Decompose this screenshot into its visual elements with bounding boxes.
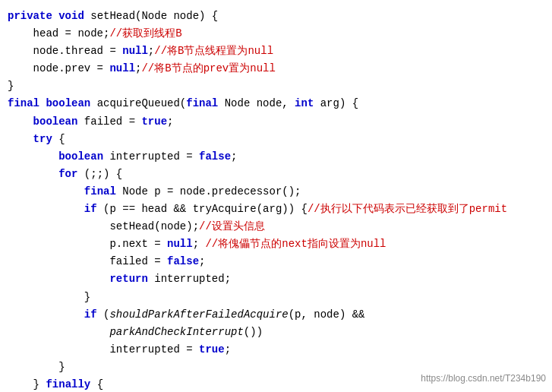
code-token: true <box>199 343 225 356</box>
code-token: //获取到线程B <box>109 27 181 40</box>
code-token: false <box>199 150 231 163</box>
code-line: boolean failed = true; <box>8 113 552 131</box>
code-token: arg) { <box>320 97 358 109</box>
code-token: final <box>8 97 46 109</box>
code-line: if (p == head && tryAcquire(arg)) {//执行以… <box>8 201 552 218</box>
code-token: } <box>8 291 90 303</box>
code-token: null <box>167 238 193 250</box>
code-token: ; <box>167 115 173 128</box>
code-token: return <box>109 273 147 285</box>
code-block: private void setHead(Node node) { head =… <box>8 8 552 392</box>
code-token: Node p = node.predecessor(); <box>122 185 301 198</box>
code-token: finally <box>46 378 90 390</box>
code-token: p.next = <box>8 238 167 250</box>
code-token: Node node, <box>225 97 295 109</box>
code-token <box>8 273 109 285</box>
code-line: node.prev = null;//将B节点的prev置为null <box>8 60 552 77</box>
code-token: { <box>52 133 65 145</box>
code-token: parkAndCheckInterrupt <box>109 326 243 338</box>
code-token: //将傀儡节点的next指向设置为null <box>205 238 386 250</box>
code-token: //执行以下代码表示已经获取到了permit <box>308 203 507 215</box>
code-token: private <box>8 10 58 22</box>
code-token: true <box>141 115 167 128</box>
code-token: setHead(Node node) { <box>90 10 218 22</box>
code-viewer: private void setHead(Node node) { head =… <box>0 0 552 392</box>
code-token <box>8 185 84 198</box>
code-token: try <box>33 133 52 145</box>
code-token: boolean <box>46 97 96 109</box>
code-line: parkAndCheckInterrupt()) <box>8 324 552 341</box>
code-line: } <box>8 77 552 95</box>
code-line: final Node p = node.predecessor(); <box>8 183 552 201</box>
code-token: boolean <box>33 115 84 128</box>
code-line: private void setHead(Node node) { <box>8 8 552 25</box>
code-token: ; <box>193 238 206 250</box>
code-token: //设置头信息 <box>199 220 265 232</box>
code-token: void <box>58 10 90 22</box>
code-token: setHead(node); <box>8 220 199 232</box>
code-token: { <box>90 378 103 390</box>
code-token: int <box>295 97 320 109</box>
code-token: node.thread = <box>8 45 122 57</box>
code-token: ()) <box>244 326 263 338</box>
code-token: final <box>186 97 224 109</box>
code-line: setHead(node);//设置头信息 <box>8 218 552 236</box>
code-token: final <box>84 185 122 198</box>
code-token: boolean <box>58 150 109 163</box>
code-line: } <box>8 289 552 306</box>
code-token <box>8 150 58 163</box>
code-token: failed = <box>8 255 167 267</box>
code-token <box>8 203 84 215</box>
code-token: ; <box>148 45 154 57</box>
code-token: //将B节点线程置为null <box>154 45 273 57</box>
code-token: failed = <box>84 115 142 128</box>
code-token: ; <box>199 255 205 267</box>
code-line: return interrupted; <box>8 270 552 288</box>
code-token: if <box>84 203 97 215</box>
code-token: //将B节点的prev置为null <box>141 62 275 74</box>
code-token: head = node; <box>8 27 109 40</box>
code-token: ; <box>225 343 231 356</box>
code-line: try { <box>8 131 552 148</box>
code-token: null <box>109 62 135 74</box>
code-token: (p == head && tryAcquire(arg)) { <box>97 203 308 215</box>
code-token: shouldParkAfterFailedAcquire <box>109 308 288 321</box>
code-token: false <box>167 255 199 267</box>
code-token: } <box>8 378 46 390</box>
code-token <box>8 133 33 145</box>
code-token <box>8 326 109 338</box>
code-token: interrupted = <box>8 343 199 356</box>
watermark: https://blog.csdn.net/T234b190 <box>421 371 546 386</box>
code-token: node.prev = <box>8 62 109 74</box>
code-line: p.next = null; //将傀儡节点的next指向设置为null <box>8 236 552 253</box>
code-line: boolean interrupted = false; <box>8 148 552 166</box>
code-token: (;;) { <box>77 168 122 180</box>
code-token: if <box>84 308 97 321</box>
code-token <box>8 168 58 180</box>
code-line: final boolean acquireQueued(final Node n… <box>8 95 552 112</box>
code-token: acquireQueued( <box>97 97 187 109</box>
code-token: interrupted = <box>109 150 199 163</box>
code-token: interrupted; <box>148 273 231 285</box>
code-token: (p, node) && <box>289 308 365 321</box>
code-line: node.thread = null;//将B节点线程置为null <box>8 43 552 60</box>
code-token <box>8 115 33 128</box>
code-line: head = node;//获取到线程B <box>8 25 552 43</box>
code-token: ( <box>97 308 110 321</box>
code-token <box>8 308 84 321</box>
code-line: failed = false; <box>8 253 552 270</box>
code-token: for <box>58 168 77 180</box>
code-line: for (;;) { <box>8 166 552 183</box>
code-token: null <box>122 45 148 57</box>
code-token: } <box>8 361 65 373</box>
code-line: interrupted = true; <box>8 341 552 359</box>
code-token: ; <box>231 150 237 163</box>
code-line: if (shouldParkAfterFailedAcquire(p, node… <box>8 306 552 324</box>
code-token: } <box>8 80 14 92</box>
